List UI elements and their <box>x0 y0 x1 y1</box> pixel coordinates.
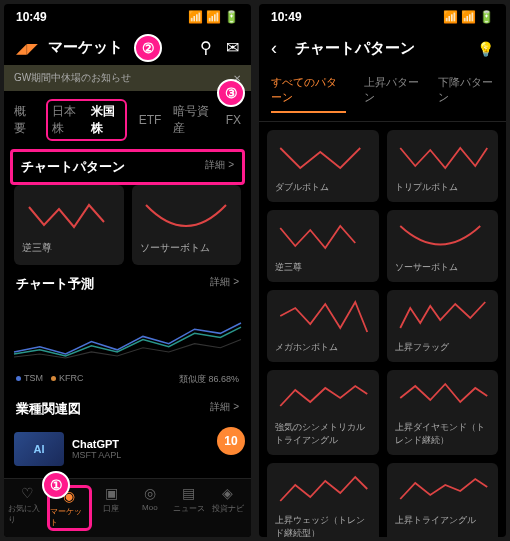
bulb-icon[interactable]: 💡 <box>477 41 494 57</box>
pattern-label: 上昇ダイヤモンド（トレンド継続） <box>395 421 491 447</box>
pattern-grid-card[interactable]: メガホンボトム <box>267 290 379 362</box>
status-time: 10:49 <box>16 10 47 24</box>
pattern-label: 逆三尊 <box>275 261 371 274</box>
mail-icon[interactable]: ✉ <box>226 38 239 57</box>
forecast-chart[interactable] <box>4 299 251 369</box>
signal-icon: 📶 <box>188 10 203 24</box>
tab-overview[interactable]: 概要 <box>14 103 34 137</box>
logo-icon: ◢◤ <box>16 40 38 56</box>
heart-icon: ♡ <box>21 485 34 501</box>
status-icons: 📶 📶 🔋 <box>188 10 239 24</box>
right-screen: 10:49 📶 📶 🔋 ‹ チャートパターン 💡 すべてのパターン 上昇パターン… <box>259 4 506 537</box>
wifi-icon: 📶 <box>461 10 476 24</box>
nav-favorites[interactable]: ♡お気に入り <box>8 485 47 531</box>
battery-icon: 🔋 <box>224 10 239 24</box>
related-title: ChatGPT <box>72 438 241 450</box>
status-bar: 10:49 📶 📶 🔋 <box>4 4 251 30</box>
pattern-label: 強気のシンメトリカルトライアングル <box>275 421 371 447</box>
status-bar: 10:49 📶 📶 🔋 <box>259 4 506 30</box>
detail-link[interactable]: 詳細 > <box>205 158 234 176</box>
related-item[interactable]: AI ChatGPT MSFT AAPL <box>4 424 251 474</box>
annotation-badge-3: ③ <box>217 79 245 107</box>
tab-us-stocks[interactable]: 米国株 <box>91 103 120 137</box>
related-header: 業種関連図 詳細 > <box>4 390 251 424</box>
wifi-icon: 📶 <box>206 10 221 24</box>
tab-highlight-group: 日本株 米国株 <box>46 99 127 141</box>
status-icons: 📶 📶 🔋 <box>443 10 494 24</box>
section-title: チャート予測 <box>16 275 94 293</box>
card-label: ソーサーボトム <box>140 241 234 255</box>
category-tabs: 概要 日本株 米国株 ETF 暗号資産 FX <box>4 91 251 149</box>
nav-news[interactable]: ▤ニュース <box>169 485 208 531</box>
pattern-label: ソーサーボトム <box>395 261 491 274</box>
related-subtitle: MSFT AAPL <box>72 450 241 460</box>
detail-link[interactable]: 詳細 > <box>210 400 239 418</box>
detail-link[interactable]: 詳細 > <box>210 275 239 293</box>
nav-moo[interactable]: ◎Moo <box>130 485 169 531</box>
pattern-cards: 逆三尊 ソーサーボトム <box>4 185 251 265</box>
tab-fx[interactable]: FX <box>226 113 241 127</box>
card-label: 逆三尊 <box>22 241 116 255</box>
tab-bullish[interactable]: 上昇パターン <box>364 75 420 113</box>
tab-jp-stocks[interactable]: 日本株 <box>52 103 81 137</box>
forecast-header: チャート予測 詳細 > <box>4 265 251 299</box>
status-time: 10:49 <box>271 10 302 24</box>
pattern-grid-card[interactable]: 上昇ウェッジ（トレンド継続型） <box>267 463 379 537</box>
header: ‹ チャートパターン 💡 <box>259 30 506 67</box>
battery-icon: 🔋 <box>479 10 494 24</box>
tab-etf[interactable]: ETF <box>139 113 162 127</box>
pattern-grid-card[interactable]: ソーサーボトム <box>387 210 499 282</box>
account-icon: ▣ <box>105 485 118 501</box>
pattern-grid-card[interactable]: 上昇トライアングル <box>387 463 499 537</box>
pattern-card[interactable]: 逆三尊 <box>14 185 124 265</box>
banner-text: GW期間中休場のお知らせ <box>14 71 131 85</box>
nav-account[interactable]: ▣口座 <box>92 485 131 531</box>
tab-all-patterns[interactable]: すべてのパターン <box>271 75 346 113</box>
chart-pattern-header[interactable]: チャートパターン 詳細 > <box>10 149 245 185</box>
pattern-label: 上昇トライアングル <box>395 514 491 527</box>
pattern-label: トリプルボトム <box>395 181 491 194</box>
pattern-grid-card[interactable]: トリプルボトム <box>387 130 499 202</box>
pattern-label: ダブルボトム <box>275 181 371 194</box>
back-icon[interactable]: ‹ <box>271 38 277 59</box>
annotation-badge-2: ② <box>134 34 162 62</box>
pattern-label: 上昇ウェッジ（トレンド継続型） <box>275 514 371 537</box>
news-icon: ▤ <box>182 485 195 501</box>
nav-invest[interactable]: ◈投資ナビ <box>208 485 247 531</box>
pattern-label: 上昇フラッグ <box>395 341 491 354</box>
pattern-grid-card[interactable]: 上昇ダイヤモンド（トレンド継続） <box>387 370 499 455</box>
annotation-badge-1: ① <box>42 471 70 499</box>
pattern-grid-card[interactable]: ダブルボトム <box>267 130 379 202</box>
section-title: 業種関連図 <box>16 400 81 418</box>
notice-banner[interactable]: GW期間中休場のお知らせ ✕ <box>4 65 251 91</box>
ai-thumbnail: AI <box>14 432 64 466</box>
page-title: チャートパターン <box>295 39 467 58</box>
moo-icon: ◎ <box>144 485 156 501</box>
pattern-grid-card[interactable]: 強気のシンメトリカルトライアングル <box>267 370 379 455</box>
signal-icon: 📶 <box>443 10 458 24</box>
bottom-navigation: ♡お気に入り ◉マーケット ▣口座 ◎Moo ▤ニュース ◈投資ナビ <box>4 478 251 537</box>
tab-bearish[interactable]: 下降パターン <box>438 75 494 113</box>
section-title: チャートパターン <box>21 158 125 176</box>
search-icon[interactable]: ⚲ <box>200 38 212 57</box>
page-title: マーケット <box>48 38 190 57</box>
pattern-card[interactable]: ソーサーボトム <box>132 185 242 265</box>
compass-icon: ◈ <box>222 485 233 501</box>
annotation-badge-10: 10 <box>217 427 245 455</box>
tab-crypto[interactable]: 暗号資産 <box>173 103 213 137</box>
pattern-grid-card[interactable]: 上昇フラッグ <box>387 290 499 362</box>
left-screen: 10:49 📶 📶 🔋 ◢◤ マーケット ⚲ ✉ GW期間中休場のお知らせ ✕ … <box>4 4 251 537</box>
pattern-grid-card[interactable]: 逆三尊 <box>267 210 379 282</box>
pattern-type-tabs: すべてのパターン 上昇パターン 下降パターン <box>259 67 506 122</box>
pattern-grid[interactable]: ダブルボトムトリプルボトム逆三尊ソーサーボトムメガホンボトム上昇フラッグ強気のシ… <box>259 122 506 537</box>
pattern-label: メガホンボトム <box>275 341 371 354</box>
header: ◢◤ マーケット ⚲ ✉ <box>4 30 251 65</box>
